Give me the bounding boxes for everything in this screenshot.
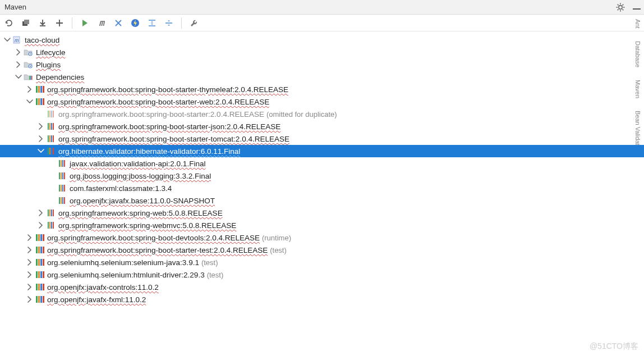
chevron-right-icon[interactable] — [37, 135, 45, 143]
panel-title: Maven — [4, 3, 26, 11]
tree-dep[interactable]: org.openjfx:javafx.base:11.0.0-SNAPSHOT — [0, 194, 644, 207]
tree-dep-suffix: (test) — [270, 246, 287, 254]
tree-dep-label: org.jboss.logging:jboss-logging:3.3.2.Fi… — [70, 172, 211, 180]
tree-dep[interactable]: org.springframework.boot:spring-boot-sta… — [0, 83, 644, 95]
tree-lifecycle-label: Lifecycle — [36, 48, 66, 57]
download-sources-button[interactable] — [37, 17, 48, 29]
minimize-icon[interactable] — [633, 5, 641, 10]
tree-dependencies-label: Dependencies — [36, 73, 84, 81]
execute-goal-button[interactable]: m — [96, 17, 107, 29]
tree-dep-label: org.openjfx:javafx-controls:11.0.2 — [47, 283, 159, 292]
panel-titlebar: Maven — [0, 0, 644, 15]
maven-tree[interactable]: taco-cloud Lifecycle Plugins Dependencie… — [0, 31, 644, 311]
collapse-all-button[interactable] — [146, 17, 158, 29]
tree-dep[interactable]: org.springframework.boot:spring-boot-sta… — [0, 244, 644, 256]
chevron-right-icon[interactable] — [26, 258, 34, 266]
library-icon — [46, 134, 56, 143]
tree-dep-label: org.seleniumhq.selenium:selenium-java:3.… — [47, 258, 199, 267]
chevron-right-icon[interactable] — [26, 234, 34, 242]
tree-dep[interactable]: org.seleniumhq.selenium:htmlunit-driver:… — [0, 268, 644, 281]
settings-icon[interactable] — [616, 3, 625, 12]
tree-dep-suffix: (test) — [201, 258, 218, 267]
maven-toolbar: m — [0, 15, 644, 31]
tree-dep-label: org.springframework:spring-web:5.0.8.REL… — [58, 209, 223, 217]
tree-dep[interactable]: org.jboss.logging:jboss-logging:3.3.2.Fi… — [0, 170, 644, 182]
library-icon — [35, 85, 45, 94]
tree-dep-label: org.seleniumhq.selenium:htmlunit-driver:… — [47, 271, 205, 279]
tree-dep[interactable]: com.fasterxml:classmate:1.3.4 — [0, 182, 644, 194]
tree-dep[interactable]: org.springframework.boot:spring-boot-dev… — [0, 231, 644, 244]
offline-mode-button[interactable] — [130, 17, 141, 29]
library-icon — [57, 196, 67, 205]
chevron-right-icon[interactable] — [26, 246, 34, 254]
library-icon — [35, 283, 45, 292]
tree-dep[interactable]: org.seleniumhq.selenium:selenium-java:3.… — [0, 256, 644, 268]
chevron-right-icon[interactable] — [26, 85, 34, 93]
tree-dep-label: org.springframework.boot:spring-boot-sta… — [58, 135, 289, 143]
tree-dep-web[interactable]: org.springframework.boot:spring-boot-sta… — [0, 95, 644, 108]
chevron-down-icon[interactable] — [37, 147, 45, 155]
library-icon — [35, 97, 45, 106]
library-icon — [46, 147, 56, 156]
run-button[interactable] — [79, 17, 90, 29]
tree-root[interactable]: taco-cloud — [0, 34, 644, 46]
tree-root-label: taco-cloud — [25, 36, 59, 44]
library-icon — [46, 208, 56, 217]
tree-dep-label: org.springframework:spring-webmvc:5.0.8.… — [58, 221, 236, 230]
tree-dep-label: org.hibernate.validator:hibernate-valida… — [58, 147, 240, 156]
library-icon — [46, 221, 56, 230]
tree-dep-label: org.openjfx:javafx.base:11.0.0-SNAPSHOT — [70, 197, 215, 205]
tree-dep[interactable]: org.springframework.boot:spring-boot-sta… — [0, 133, 644, 145]
chevron-right-icon[interactable] — [15, 48, 22, 56]
library-icon — [35, 233, 45, 242]
chevron-right-icon[interactable] — [37, 221, 45, 229]
tree-dep[interactable]: javax.validation:validation-api:2.0.1.Fi… — [0, 157, 644, 170]
tree-dep-hibernate-validator[interactable]: org.hibernate.validator:hibernate-valida… — [0, 145, 644, 157]
tree-dep-label: org.springframework.boot:spring-boot-sta… — [58, 110, 264, 119]
tree-plugins[interactable]: Plugins — [0, 58, 644, 71]
toggle-skip-tests-button[interactable] — [113, 17, 124, 29]
tree-dep-label: org.springframework.boot:spring-boot-sta… — [47, 98, 269, 106]
generate-sources-button[interactable] — [20, 17, 31, 29]
add-project-button[interactable] — [54, 17, 65, 29]
library-icon — [35, 258, 45, 267]
tree-dep-label: org.springframework.boot:spring-boot-sta… — [58, 122, 280, 131]
tree-lifecycle[interactable]: Lifecycle — [0, 46, 644, 58]
refresh-button[interactable] — [3, 17, 15, 29]
chevron-right-icon[interactable] — [26, 283, 34, 291]
tree-dep[interactable]: org.springframework.boot:spring-boot-sta… — [0, 108, 644, 120]
tree-dep-suffix: (omitted for duplicate) — [266, 110, 337, 119]
library-icon — [35, 270, 45, 279]
chevron-right-icon[interactable] — [37, 209, 45, 217]
side-tab-ant[interactable]: Ant — [633, 16, 642, 32]
library-icon — [35, 245, 45, 254]
tree-dep-suffix: (test) — [207, 271, 224, 279]
tree-dep[interactable]: org.openjfx:javafx-fxml:11.0.2 — [0, 293, 644, 306]
tree-dependencies[interactable]: Dependencies — [0, 71, 644, 83]
chevron-down-icon[interactable] — [3, 36, 11, 44]
folder-gear-icon — [24, 60, 34, 69]
chevron-down-icon[interactable] — [26, 98, 34, 106]
toolbar-separator — [181, 17, 182, 29]
chevron-right-icon[interactable] — [26, 271, 34, 279]
chevron-down-icon[interactable] — [15, 73, 22, 81]
library-icon — [46, 110, 56, 119]
expand-button[interactable] — [163, 17, 174, 29]
tree-dep[interactable]: org.springframework:spring-web:5.0.8.REL… — [0, 207, 644, 219]
library-icon — [57, 159, 67, 168]
library-icon — [46, 122, 56, 131]
maven-project-icon — [12, 35, 22, 44]
tree-dep[interactable]: org.springframework:spring-webmvc:5.0.8.… — [0, 219, 644, 231]
chevron-right-icon[interactable] — [37, 122, 45, 130]
tree-dep-label: org.springframework.boot:spring-boot-sta… — [47, 246, 268, 254]
watermark: @51CTO博客 — [590, 342, 638, 352]
chevron-right-icon[interactable] — [15, 61, 22, 69]
tree-dep[interactable]: org.springframework.boot:spring-boot-sta… — [0, 120, 644, 133]
chevron-right-icon[interactable] — [26, 295, 34, 303]
library-icon — [35, 295, 45, 304]
maven-settings-button[interactable] — [188, 17, 200, 29]
tree-dep[interactable]: org.openjfx:javafx-controls:11.0.2 — [0, 281, 644, 293]
tree-dep-label: org.springframework.boot:spring-boot-sta… — [47, 85, 288, 94]
tree-dep-label: javax.validation:validation-api:2.0.1.Fi… — [70, 160, 205, 168]
folder-gear-icon — [24, 48, 34, 57]
